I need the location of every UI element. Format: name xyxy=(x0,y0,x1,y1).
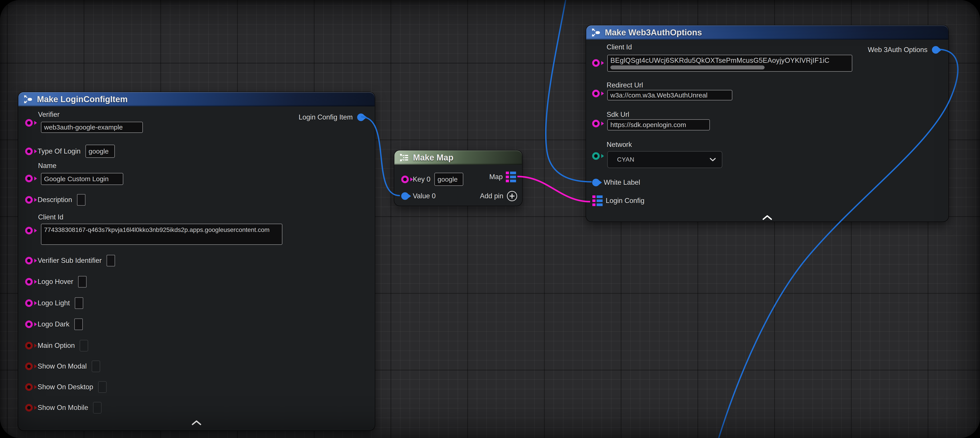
node-make-map: Make Map Key 0 google Map Value 0 Add pi… xyxy=(394,150,522,206)
node-header-make-loginconfigitem[interactable]: Make LoginConfigItem xyxy=(18,92,375,107)
pin-network[interactable] xyxy=(592,152,600,160)
output-label-map: Map xyxy=(489,173,503,181)
output-label-login-config-item: Login Config Item xyxy=(299,113,353,121)
checkbox-show-on-desktop[interactable] xyxy=(98,381,107,393)
pin-description[interactable] xyxy=(25,196,33,204)
pin-name[interactable] xyxy=(25,175,33,182)
node-header-make-map[interactable]: Make Map xyxy=(394,150,522,165)
input-client-id-scrollbar[interactable] xyxy=(610,65,765,69)
output-pin-web3auth-options[interactable] xyxy=(932,46,940,54)
pin-value-0[interactable] xyxy=(401,192,409,200)
field-label-sdk-url: Sdk Url xyxy=(606,111,629,119)
field-label-network: Network xyxy=(606,141,632,149)
field-label-white-label: White Label xyxy=(604,178,640,186)
network-dropdown[interactable]: CYAN xyxy=(607,151,722,168)
input-client-id-text: BEglQSgt4cUWcj6SKRdu5QkOXTsePmMcusG5EAoy… xyxy=(610,57,830,65)
input-description[interactable] xyxy=(77,194,86,205)
collapse-node-icon[interactable] xyxy=(762,215,773,220)
field-label-client-id: Client Id xyxy=(38,213,64,221)
pin-logo-dark[interactable] xyxy=(25,320,33,328)
field-label-key-0: Key 0 xyxy=(413,175,430,183)
pin-show-on-mobile[interactable] xyxy=(25,404,33,411)
input-logo-light[interactable] xyxy=(75,297,83,309)
wire-map-to-login-config[interactable] xyxy=(517,177,590,202)
node-title: Make LoginConfigItem xyxy=(37,95,127,104)
pin-key-0[interactable] xyxy=(401,175,409,183)
field-label-redirect-url: Redirect Url xyxy=(606,81,643,89)
pin-logo-hover[interactable] xyxy=(25,278,33,285)
add-pin-label: Add pin xyxy=(480,192,503,200)
add-pin-button[interactable]: Add pin xyxy=(480,191,517,201)
blueprint-graph-canvas[interactable]: Make LoginConfigItem Login Config Item V… xyxy=(0,0,980,438)
field-label-verifier-sub-identifier: Verifier Sub Identifier xyxy=(38,256,102,264)
add-pin-icon xyxy=(507,191,517,201)
make-map-icon xyxy=(399,153,409,162)
pin-client-id[interactable] xyxy=(592,59,600,67)
pin-main-option[interactable] xyxy=(25,342,33,349)
field-label-logo-hover: Logo Hover xyxy=(38,278,73,286)
input-client-id[interactable]: BEglQSgt4cUWcj6SKRdu5QkOXTsePmMcusG5EAoy… xyxy=(607,55,852,72)
pin-login-config[interactable] xyxy=(592,196,603,206)
field-label-show-on-mobile: Show On Mobile xyxy=(38,404,88,412)
field-label-main-option: Main Option xyxy=(38,342,75,350)
field-label-client-id: Client Id xyxy=(606,43,632,51)
make-struct-icon xyxy=(591,28,601,37)
field-label-logo-light: Logo Light xyxy=(38,299,70,307)
output-pin-map[interactable] xyxy=(506,172,516,182)
pin-verifier[interactable] xyxy=(25,119,33,127)
input-sdk-url[interactable]: https://sdk.openlogin.com xyxy=(607,119,710,131)
pin-logo-light[interactable] xyxy=(25,299,33,307)
input-type-of-login[interactable]: google xyxy=(86,145,115,158)
pin-client-id[interactable] xyxy=(25,227,33,234)
node-title: Make Map xyxy=(413,153,453,162)
collapse-node-icon[interactable] xyxy=(191,420,202,425)
input-logo-hover[interactable] xyxy=(78,276,87,288)
pin-sdk-url[interactable] xyxy=(592,120,600,127)
field-label-login-config: Login Config xyxy=(606,197,644,205)
pin-show-on-desktop[interactable] xyxy=(25,383,33,391)
field-label-logo-dark: Logo Dark xyxy=(38,320,69,328)
chevron-down-icon xyxy=(710,158,716,162)
input-redirect-url[interactable]: w3a://com.w3a.Web3AuthUnreal xyxy=(607,90,732,100)
input-verifier-sub-identifier[interactable] xyxy=(107,255,115,266)
checkbox-show-on-mobile[interactable] xyxy=(93,402,102,414)
pin-white-label[interactable] xyxy=(592,179,600,186)
input-client-id[interactable]: 774338308167-q463s7kpvja16l4l0kko3nb925i… xyxy=(41,224,282,245)
input-name[interactable]: Google Custom Login xyxy=(41,173,123,185)
pin-show-on-modal[interactable] xyxy=(25,363,33,370)
node-make-loginconfigitem: Make LoginConfigItem Login Config Item V… xyxy=(18,92,375,431)
node-title: Make Web3AuthOptions xyxy=(605,28,702,37)
checkbox-main-option[interactable] xyxy=(80,340,88,351)
checkbox-show-on-modal[interactable] xyxy=(92,360,100,372)
input-verifier[interactable]: web3auth-google-example xyxy=(41,122,143,133)
node-make-web3authoptions: Make Web3AuthOptions Web 3Auth Options C… xyxy=(586,25,949,222)
field-label-verifier: Verifier xyxy=(38,111,59,119)
field-label-show-on-desktop: Show On Desktop xyxy=(38,383,93,391)
make-struct-icon xyxy=(23,94,33,104)
wire-offscreen-to-white-label[interactable] xyxy=(546,0,592,182)
input-key-0[interactable]: google xyxy=(434,173,463,186)
output-label-web3auth-options: Web 3Auth Options xyxy=(868,46,928,54)
input-logo-dark[interactable] xyxy=(74,319,83,330)
field-label-name: Name xyxy=(38,162,57,170)
pin-type-of-login[interactable] xyxy=(25,148,33,155)
field-label-type-of-login: Type Of Login xyxy=(38,147,81,155)
pin-redirect-url[interactable] xyxy=(592,90,600,97)
field-label-description: Description xyxy=(38,196,72,204)
pin-verifier-sub-identifier[interactable] xyxy=(25,257,33,264)
field-label-show-on-modal: Show On Modal xyxy=(38,362,87,370)
node-header-make-web3authoptions[interactable]: Make Web3AuthOptions xyxy=(586,25,948,40)
field-label-value-0: Value 0 xyxy=(413,192,436,200)
network-selected-value: CYAN xyxy=(617,156,635,163)
